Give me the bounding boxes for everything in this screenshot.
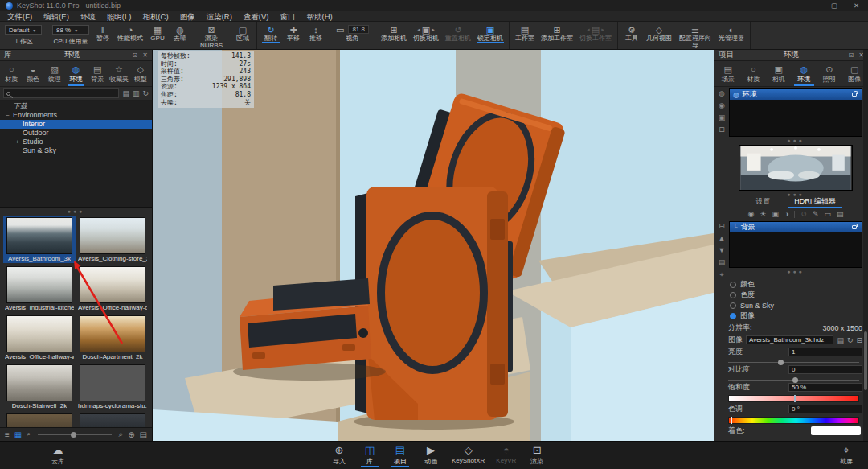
- toolbar-button[interactable]: ◇ 几何视图: [643, 23, 675, 50]
- menu-item[interactable]: 渲染(R): [201, 11, 238, 22]
- menu-item[interactable]: 编辑(E): [38, 11, 75, 22]
- library-tab[interactable]: ◇ 模型: [129, 63, 151, 86]
- background-list-item[interactable]: └ 背景: [730, 222, 862, 232]
- toolbar-button[interactable]: ⊠ 渲染NURBS: [191, 23, 231, 50]
- dock-button[interactable]: ▶ 动画: [417, 442, 444, 467]
- float-panel-icon[interactable]: ⊡: [133, 51, 138, 59]
- environment-thumbnail[interactable]: Aversis_Industrial-kitche...: [3, 265, 76, 312]
- contrast-field[interactable]: 0: [788, 365, 862, 374]
- toolbar-button[interactable]: ‖ 暂停: [92, 23, 114, 50]
- delete-icon[interactable]: ⊟: [719, 125, 725, 134]
- hdri-sphere-icon[interactable]: ◉: [719, 101, 725, 109]
- tree-expander[interactable]: −: [5, 111, 10, 120]
- dock-button[interactable]: ⊡ 渲染: [523, 442, 551, 467]
- toolbar-button[interactable]: ✚ 平移: [282, 23, 305, 43]
- tree-item[interactable]: Outdoor: [0, 129, 152, 138]
- toolbar-button[interactable]: ⊞ 添加工作室: [538, 23, 576, 43]
- thumbnail-image[interactable]: [6, 315, 72, 352]
- contrast-icon[interactable]: ◑: [784, 210, 788, 218]
- link-folder-icon[interactable]: ▥: [133, 89, 140, 97]
- environment-thumbnail[interactable]: Aversis_Office-hallway-d...: [76, 265, 149, 312]
- menu-item[interactable]: 文件(F): [2, 11, 38, 22]
- delete-icon[interactable]: ⊟: [719, 222, 725, 230]
- toolbar-button[interactable]: ▦ GPU: [146, 23, 169, 50]
- environment-thumbnail[interactable]: Dosch-Apartment_2k: [76, 314, 149, 361]
- duplicate-icon[interactable]: ▣: [719, 113, 726, 121]
- toolbar-button[interactable]: ▤ 工作室: [512, 23, 538, 43]
- project-tab[interactable]: ○ 材质: [741, 63, 767, 86]
- toolbar-button[interactable]: ◂▣▸ 切换相机: [410, 23, 442, 43]
- toolbar-button[interactable]: ◐ 光管理器: [715, 23, 747, 50]
- radio-icon[interactable]: [730, 302, 736, 309]
- toolbar-button[interactable]: ◍ 去噪: [169, 23, 191, 50]
- toolbar-button[interactable]: ↕ 推移: [305, 23, 327, 43]
- environment-thumbnail[interactable]: Aversis_Office-hallway-w...: [3, 314, 76, 361]
- refresh-icon[interactable]: ↻: [847, 336, 854, 344]
- toolbar-button[interactable]: ▭81.8 视角: [333, 23, 372, 43]
- menu-item[interactable]: 图像: [174, 11, 201, 22]
- thumbnail-image[interactable]: [80, 413, 145, 427]
- library-tab[interactable]: ○ 材质: [1, 63, 23, 86]
- toolbar-button[interactable]: ◂▤▸ 切换工作室: [576, 23, 615, 43]
- environment-subtab[interactable]: HDRI 编辑器: [792, 196, 837, 208]
- tree-item[interactable]: + Studio: [0, 138, 152, 146]
- locate-icon[interactable]: ⌖: [719, 270, 723, 279]
- screenshot-button[interactable]: ⌖ 截屏: [833, 442, 860, 467]
- edit-icon[interactable]: ✎: [813, 210, 819, 218]
- thumbnail-image[interactable]: [6, 217, 72, 254]
- list-view-icon[interactable]: ≡: [5, 430, 10, 439]
- minimize-icon[interactable]: –: [811, 2, 815, 10]
- refresh-icon[interactable]: ↻: [142, 89, 149, 97]
- folder-icon[interactable]: ▤: [719, 258, 726, 266]
- add-folder-icon[interactable]: ▤: [122, 89, 129, 97]
- thumbnail-image[interactable]: [80, 315, 145, 352]
- environment-sphere-icon[interactable]: ◍: [719, 89, 725, 97]
- thumbnail-image[interactable]: [80, 217, 145, 254]
- tree-item[interactable]: Interior: [0, 120, 152, 129]
- undo-icon[interactable]: ↺: [800, 210, 807, 218]
- environment-thumbnail[interactable]: Aversis_Clothing-store_3k: [76, 216, 149, 263]
- sun-icon[interactable]: ☀: [760, 210, 766, 218]
- float-panel-icon[interactable]: ⊡: [849, 51, 854, 59]
- library-tab[interactable]: ☆ 收藏夹: [108, 63, 130, 86]
- tree-expander[interactable]: +: [14, 138, 20, 146]
- display-icon[interactable]: ▭: [824, 210, 831, 218]
- realtime-viewport[interactable]: 每秒帧数: 141.3 时间: 27s 采样值: 243 三角形: 291,89…: [153, 50, 714, 441]
- dock-button[interactable]: ⊕ 导入: [326, 442, 353, 467]
- environment-thumbnail[interactable]: [3, 412, 76, 427]
- tint-color-swatch[interactable]: [811, 426, 861, 435]
- move-up-icon[interactable]: ▲: [719, 234, 726, 242]
- zoom-in-icon[interactable]: ⌕: [119, 430, 124, 439]
- lock-icon[interactable]: [852, 93, 857, 97]
- environment-thumbnail[interactable]: Dosch-Stairwell_2k: [3, 363, 76, 410]
- move-down-icon[interactable]: ▼: [719, 246, 726, 254]
- cloud-library-button[interactable]: ☁ 云库: [44, 442, 72, 467]
- menu-item[interactable]: 相机(C): [137, 11, 174, 22]
- maximize-icon[interactable]: ▢: [831, 2, 837, 10]
- menu-item[interactable]: 帮助(H): [301, 11, 338, 22]
- close-icon[interactable]: ✕: [854, 2, 859, 10]
- environment-type-radio[interactable]: 图像: [726, 311, 862, 321]
- project-tab[interactable]: ▤ 场景: [715, 63, 741, 86]
- thumbnail-image[interactable]: [80, 364, 145, 401]
- hue-field[interactable]: 0 °: [788, 405, 862, 413]
- dock-button[interactable]: ▤ 项目: [387, 442, 414, 467]
- toolbar-button[interactable]: ⊞ 添加相机: [378, 23, 410, 43]
- toolbar-button[interactable]: ↺ 重置相机: [442, 23, 474, 43]
- delete-icon[interactable]: ⊟: [856, 336, 862, 344]
- resize-handle[interactable]: ●●●: [729, 268, 862, 274]
- environment-type-radio[interactable]: Sun & Sky: [726, 300, 862, 311]
- environment-type-radio[interactable]: 色度: [726, 290, 862, 300]
- tree-item[interactable]: − Environments: [0, 111, 152, 120]
- grid-view-icon[interactable]: ▦: [14, 430, 22, 439]
- dock-button[interactable]: ◫ 库: [356, 442, 383, 467]
- saturation-field[interactable]: 50 %: [788, 383, 862, 392]
- folder-icon[interactable]: ▤: [837, 210, 844, 218]
- lock-icon[interactable]: [852, 225, 857, 229]
- brightness-slider[interactable]: [728, 362, 859, 363]
- tree-item[interactable]: 下载: [0, 102, 152, 111]
- toolbar-button[interactable]: ☰ 配置程序向导: [675, 23, 715, 50]
- cpu-usage-selector[interactable]: 88 % ▾ CPU 使用量: [50, 23, 92, 47]
- toolbar-button[interactable]: ⚙ 工具: [620, 23, 643, 50]
- contrast-slider[interactable]: [728, 380, 859, 381]
